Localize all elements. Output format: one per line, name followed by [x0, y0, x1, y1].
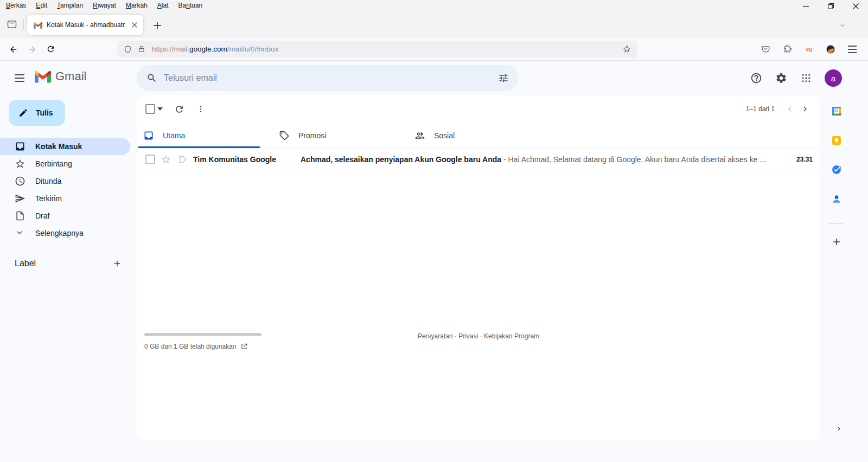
menu-tampilan[interactable]: Tampilan [52, 1, 88, 10]
tab-separator [23, 19, 24, 30]
main-menu-hamburger-icon[interactable] [7, 65, 33, 91]
lock-icon[interactable] [135, 42, 149, 56]
search-icon[interactable] [140, 66, 164, 90]
url-bar[interactable]: https://mail.google.com/mail/u/0/#inbox [117, 41, 637, 58]
browser-tab-gmail[interactable]: Kotak Masuk - ahmadbuatmail [27, 15, 143, 35]
email-checkbox[interactable] [145, 155, 155, 164]
tab-utama[interactable]: Utama [137, 123, 272, 148]
email-list-card: 1–1 dari 1 UtamaPromosiSosial Tim Komuni… [137, 95, 820, 440]
keep-icon[interactable] [831, 134, 843, 146]
settings-gear-icon[interactable] [770, 67, 792, 89]
file-icon [15, 210, 25, 221]
select-dropdown-caret-icon[interactable] [157, 107, 163, 111]
window-restore-button[interactable] [818, 0, 843, 12]
search-input[interactable] [164, 73, 492, 83]
extension-sphere-icon[interactable] [822, 41, 839, 57]
compose-label: Tulis [36, 108, 53, 117]
menu-bantuan[interactable]: Bantuan [174, 1, 208, 10]
sidebar-item-ditunda[interactable]: Ditunda [0, 172, 130, 190]
menu-markah[interactable]: Markah [121, 1, 152, 10]
sidebar-item-terkirim[interactable]: Terkirim [0, 190, 130, 207]
show-side-panel-chevron-icon[interactable] [833, 423, 844, 434]
tasks-icon[interactable] [831, 164, 843, 176]
nav-right-icons: SQ [757, 41, 863, 57]
browser-tab-strip: Kotak Masuk - ahmadbuatmail [0, 11, 868, 38]
chevron-down-icon [15, 228, 25, 239]
account-avatar[interactable]: a [825, 69, 842, 87]
compose-button[interactable]: Tulis [9, 100, 65, 126]
companion-side-panel: 31+ [820, 95, 868, 462]
tab-sosial[interactable]: Sosial [408, 123, 544, 148]
select-all-checkbox[interactable] [145, 104, 155, 114]
gmail-app: Gmail a [0, 61, 868, 462]
sidebar-item-berbintang[interactable]: Berbintang [0, 155, 130, 172]
google-apps-grid-icon[interactable] [795, 67, 817, 89]
menu-edit[interactable]: Edit [31, 1, 52, 10]
tab-close-icon[interactable] [129, 20, 140, 30]
menu-riwayat[interactable]: Riwayat [88, 1, 121, 10]
seoquake-extension-icon[interactable]: SQ [801, 41, 817, 57]
sidebar-item-label: Selengkapnya [35, 229, 84, 238]
tab-title: Kotak Masuk - ahmadbuatmail [47, 21, 125, 29]
window-minimize-button[interactable] [793, 0, 818, 12]
window-close-button[interactable] [843, 0, 868, 12]
gmail-logo: Gmail [35, 69, 86, 84]
url-text[interactable]: https://mail.google.com/mail/u/0/#inbox [152, 45, 620, 53]
bookmark-star-icon[interactable] [620, 42, 634, 56]
sidebar-item-kotak-masuk[interactable]: Kotak Masuk [0, 138, 130, 155]
list-all-tabs-icon[interactable] [835, 18, 850, 33]
tab-label: Utama [163, 131, 185, 140]
gmail-favicon [34, 22, 42, 29]
forward-icon[interactable] [24, 41, 40, 57]
legal-footer: Persyaratan · Privasi · Kebijakan Progra… [137, 332, 820, 340]
footer-link-privasi[interactable]: Privasi [458, 332, 478, 340]
gmail-body: Tulis Kotak MasukBerbintangDitundaTerkir… [0, 95, 868, 462]
header-right-icons: a [745, 67, 842, 89]
help-icon[interactable] [745, 67, 767, 89]
pencil-icon [18, 108, 28, 118]
search-bar [137, 65, 519, 91]
reload-icon[interactable] [42, 41, 59, 57]
menu-alat[interactable]: Alat [152, 1, 174, 10]
sidebar-nav: Kotak MasukBerbintangDitundaTerkirimDraf… [0, 138, 137, 242]
tracking-protection-shield-icon[interactable] [120, 42, 135, 56]
gmail-logo-icon [35, 70, 51, 83]
refresh-icon[interactable] [170, 100, 188, 118]
new-tab-button[interactable] [150, 18, 164, 33]
sidebar-item-label: Ditunda [35, 177, 61, 185]
importance-marker-icon[interactable] [177, 154, 188, 165]
send-icon [15, 193, 25, 204]
app-menu-hamburger-icon[interactable] [844, 41, 860, 57]
email-row[interactable]: Tim Komunitas GoogleAchmad, selesaikan p… [137, 149, 820, 170]
menu-berkas[interactable]: Berkas [1, 1, 31, 10]
external-link-icon[interactable] [240, 343, 248, 350]
back-icon[interactable] [5, 41, 22, 57]
browser-menu-bar: BerkasEditTampilanRiwayatMarkahAlatBantu… [0, 0, 868, 11]
footer-link-persyaratan[interactable]: Persyaratan [418, 332, 453, 340]
people-icon [414, 130, 425, 141]
get-addons-plus-icon[interactable]: + [831, 236, 843, 248]
pocket-icon[interactable] [757, 41, 774, 57]
storage-text: 0 GB dari 1 GB telah digunakan [144, 343, 236, 350]
older-page-chevron-icon[interactable] [797, 101, 813, 117]
extensions-puzzle-icon[interactable] [779, 41, 795, 57]
more-options-icon[interactable] [192, 100, 209, 118]
newer-page-chevron-icon[interactable] [782, 101, 797, 117]
email-sender: Tim Komunitas Google [193, 155, 301, 164]
footer-link-kebijakan-program[interactable]: Kebijakan Program [484, 332, 539, 340]
sidebar-item-draf[interactable]: Draf [0, 207, 130, 224]
create-label-plus-icon[interactable] [111, 257, 124, 270]
calendar-icon[interactable]: 31 [831, 105, 843, 117]
tab-promosi[interactable]: Promosi [272, 123, 408, 148]
tab-label: Promosi [298, 131, 326, 140]
search-filter-tune-icon[interactable] [492, 66, 515, 90]
menu-bar-items: BerkasEditTampilanRiwayatMarkahAlatBantu… [1, 1, 207, 10]
sidebar-item-selengkapnya[interactable]: Selengkapnya [0, 224, 130, 242]
star-icon[interactable] [161, 154, 171, 165]
list-toolbar: 1–1 dari 1 [137, 95, 820, 123]
star-icon [15, 158, 25, 169]
firefox-view-icon[interactable] [4, 18, 20, 31]
tab-label: Sosial [434, 131, 455, 140]
contacts-icon[interactable] [831, 193, 843, 205]
clock-icon [15, 176, 25, 187]
